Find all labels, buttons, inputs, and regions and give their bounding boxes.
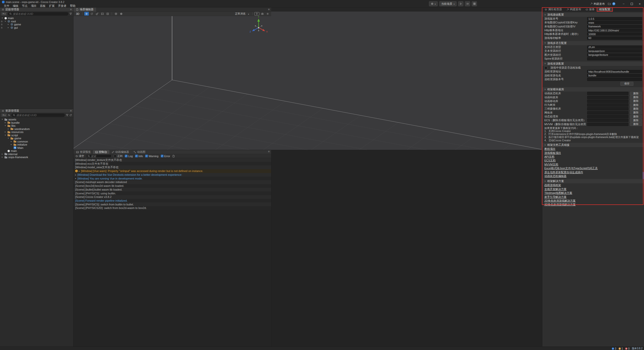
filter-icon[interactable] <box>69 13 72 15</box>
image-path-input[interactable] <box>587 53 642 57</box>
checkbox-checked-icon[interactable] <box>145 155 148 157</box>
log-row-info[interactable]: [Window] Download the Vue Devtools exten… <box>73 173 271 177</box>
checkbox-checked-icon[interactable] <box>161 155 164 157</box>
delete-module-button[interactable]: 删除 <box>630 99 642 103</box>
tab-animation-graph[interactable]: 动画图 <box>131 150 148 154</box>
view-mode-select[interactable]: 正常浏览 <box>233 12 251 16</box>
panel-menu-icon[interactable] <box>70 8 72 11</box>
asset-node[interactable]: bundle <box>0 121 73 124</box>
hierarchy-node-gui[interactable]: gui <box>0 26 73 29</box>
doc-link[interactable]: 游戏模板项目 <box>542 151 563 155</box>
text-path-input[interactable] <box>587 49 642 53</box>
console-search[interactable] <box>86 154 111 158</box>
panel-menu-icon[interactable] <box>268 150 270 154</box>
asset-node[interactable]: common <box>0 140 73 143</box>
chevron-right-icon[interactable] <box>5 131 8 133</box>
tab-property-inspector[interactable]: 属性检查器 <box>542 8 564 11</box>
delete-module-button[interactable]: 删除 <box>630 111 642 114</box>
inspector-scrollbar-thumb[interactable] <box>643 172 644 179</box>
pivot-tool-button[interactable] <box>105 12 110 16</box>
solution-link[interactable]: 新手引导解决方案 <box>542 195 569 199</box>
chevron-down-icon[interactable] <box>5 125 8 127</box>
scene-viewport[interactable] <box>73 12 542 150</box>
asset-node[interactable]: game <box>0 137 73 140</box>
log-row[interactable]: [Scene] [PHYSICS]: using builtin. <box>73 191 271 195</box>
chevron-right-icon[interactable] <box>5 122 8 124</box>
menu-panel[interactable]: 面板 <box>38 4 47 8</box>
menu-edit[interactable]: 编辑 <box>11 4 20 8</box>
filter-error-toggle[interactable]: Error <box>161 155 170 158</box>
filter-icon[interactable] <box>66 114 68 116</box>
console-log-list[interactable]: [Window] render_texture文件夹不存在 [Window] e… <box>73 158 271 346</box>
log-row[interactable]: [Scene] meshopt wasm decoder initialized <box>73 180 271 184</box>
log-row-info[interactable]: [Scene] Forward render pipeline initiali… <box>73 199 271 203</box>
asset-node[interactable]: assets <box>0 118 73 121</box>
delete-module-button[interactable]: 删除 <box>630 119 642 122</box>
regex-toggle[interactable]: 正则 <box>114 154 123 158</box>
hierarchy-node-root[interactable]: root <box>0 20 73 23</box>
solution-link[interactable]: 全栈开发解决方案 <box>542 187 569 191</box>
doc-link[interactable]: MVVM文档 <box>542 163 560 166</box>
section-language-config[interactable]: 游戏多语言配置 <box>542 41 644 45</box>
section-resource-config[interactable]: 游戏资源配置 <box>542 62 644 66</box>
http-timeout-input[interactable] <box>587 32 642 36</box>
assets-search[interactable] <box>11 113 65 117</box>
axis-gizmo[interactable]: Y X Z <box>249 16 269 37</box>
solution-link[interactable]: Tiledmap地图解决方案 <box>542 191 574 195</box>
asset-node[interactable]: main <box>0 149 73 153</box>
step-button[interactable] <box>465 1 470 6</box>
section-solutions[interactable]: 框架解决方案 <box>542 179 644 183</box>
crypto-key-input[interactable] <box>587 21 642 24</box>
asset-node[interactable]: script <box>0 134 73 137</box>
game-version-input[interactable] <box>587 17 642 20</box>
chevron-down-icon[interactable] <box>5 134 8 136</box>
delete-module-button[interactable]: 删除 <box>630 96 642 99</box>
log-row[interactable]: [Scene] Cocos Creator v3.8.2 <box>73 195 271 199</box>
log-row-warning[interactable]: [Window] [Vue warn]: Property "onInput" … <box>73 169 271 173</box>
scene-editor-tab[interactable]: 场景编辑器 <box>73 8 96 12</box>
scene-light-toggle[interactable] <box>254 12 259 16</box>
doc-link[interactable]: API文档 <box>542 155 556 159</box>
close-button[interactable] <box>636 0 643 8</box>
tab-build-publish[interactable]: 构建发布 <box>564 8 583 11</box>
asset-node[interactable]: oops-framework <box>0 156 73 159</box>
tab-animation-editor[interactable]: 动画编辑器 <box>109 150 131 154</box>
hierarchy-search-input[interactable] <box>13 12 67 15</box>
scale-tool-button[interactable] <box>95 12 99 16</box>
pivot-mode-button[interactable] <box>114 12 118 16</box>
expand-arrow-icon[interactable] <box>75 174 76 176</box>
doc-link[interactable]: ECS文档 <box>542 159 558 162</box>
chevron-down-icon[interactable] <box>2 17 5 19</box>
doc-link[interactable]: 教程项目 <box>542 147 557 151</box>
create-asset-button[interactable] <box>1 113 7 117</box>
log-row-info[interactable]: [Window] You are running Vue in developm… <box>73 177 271 180</box>
delete-module-button[interactable]: 删除 <box>630 103 642 107</box>
log-row[interactable]: [Window] ecs文件夹不存在 <box>73 162 271 166</box>
error-count[interactable]: 0 <box>625 347 630 350</box>
menu-extension[interactable]: 扩展 <box>47 4 56 8</box>
chevron-right-icon[interactable] <box>11 141 14 143</box>
checkbox-checked-icon[interactable] <box>125 155 128 157</box>
help-icon[interactable] <box>612 2 615 5</box>
chevron-right-icon[interactable] <box>2 153 5 155</box>
current-scene-select[interactable]: 当前场景 <box>439 1 457 6</box>
log-row[interactable]: [Scene] [PHYSICS]: switch from builtin t… <box>73 202 271 206</box>
lock-icon[interactable] <box>1 23 3 25</box>
menu-node[interactable]: 节点 <box>20 4 29 8</box>
expand-arrow-icon[interactable] <box>75 177 76 180</box>
3d-toggle-button[interactable]: 3D <box>75 12 80 15</box>
menu-file[interactable]: 文件 <box>2 4 11 8</box>
maximize-button[interactable] <box>628 0 635 8</box>
rotate-tool-button[interactable] <box>90 12 94 16</box>
section-basic-config[interactable]: 游戏基础配置 <box>542 13 644 17</box>
clear-console-button[interactable]: 清空 <box>75 154 84 158</box>
scene-camera-button[interactable] <box>260 12 265 16</box>
doc-link[interactable]: 动画状态机编辑器 <box>542 174 569 178</box>
remote-url-input[interactable] <box>587 70 642 73</box>
create-node-button[interactable] <box>1 12 7 16</box>
chevron-right-icon[interactable] <box>11 144 14 146</box>
asset-node[interactable]: internal <box>0 153 73 156</box>
export-log-icon[interactable] <box>172 155 175 157</box>
refresh-icon[interactable] <box>69 114 72 116</box>
tab-asset-preview[interactable]: 资源预览 <box>74 150 93 154</box>
